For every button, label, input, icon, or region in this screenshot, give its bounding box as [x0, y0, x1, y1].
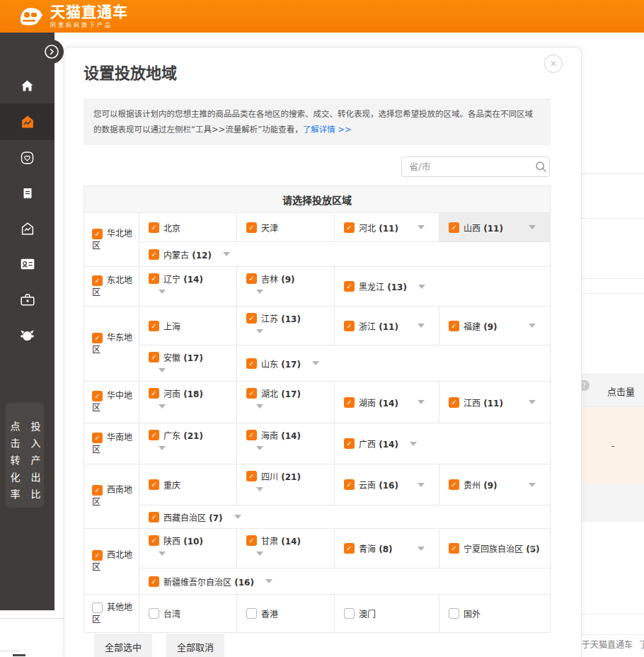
cancel-all-button[interactable]: 全部取消 — [166, 634, 224, 657]
region-cell[interactable]: ✓东北地区 — [84, 267, 139, 306]
chevron-down-icon[interactable] — [529, 324, 536, 328]
checkbox-checked[interactable]: ✓ — [246, 273, 257, 284]
province-cell[interactable]: ✓重庆 — [139, 464, 236, 505]
footer-link-about[interactable]: 于天猫直通车 — [582, 638, 633, 650]
chevron-down-icon[interactable] — [159, 368, 166, 372]
chevron-down-icon[interactable] — [159, 446, 166, 450]
chevron-down-icon[interactable] — [234, 515, 241, 519]
search-icon[interactable] — [535, 161, 547, 173]
chevron-down-icon[interactable] — [418, 225, 425, 229]
checkbox-checked[interactable]: ✓ — [449, 543, 459, 554]
province-search-input[interactable] — [402, 161, 535, 172]
province-cell[interactable]: ✓浙江 (11) — [334, 307, 439, 345]
checkbox-checked[interactable]: ✓ — [246, 358, 257, 369]
sidebar-item-shop[interactable] — [0, 211, 54, 246]
checkbox-checked[interactable]: ✓ — [149, 576, 159, 587]
checkbox-checked[interactable]: ✓ — [449, 479, 459, 490]
checkbox-checked[interactable]: ✓ — [344, 397, 355, 408]
province-cell[interactable]: ✓云南 (16) — [334, 464, 439, 505]
sidebar-expand-button[interactable] — [40, 40, 64, 64]
checkbox-checked[interactable]: ✓ — [149, 352, 159, 362]
checkbox-checked[interactable]: ✓ — [449, 397, 459, 408]
checkbox-checked[interactable]: ✓ — [344, 321, 355, 331]
province-cell[interactable]: ✓江苏 (13) — [236, 307, 334, 345]
province-cell[interactable]: ✓新疆维吾尔自治区 (16) — [139, 569, 550, 594]
sidebar-item-favorites[interactable] — [0, 140, 54, 176]
checkbox-checked[interactable]: ✓ — [246, 313, 257, 324]
checkbox-checked[interactable]: ✓ — [344, 438, 355, 449]
chevron-down-icon[interactable] — [418, 324, 425, 328]
close-icon[interactable]: ✕ — [544, 55, 563, 73]
sidebar-item-promotion[interactable] — [0, 103, 54, 140]
province-cell[interactable]: ✓北京 — [139, 213, 236, 241]
checkbox-checked[interactable]: ✓ — [149, 479, 159, 490]
province-cell[interactable]: ✓宁夏回族自治区 (5) — [439, 529, 550, 568]
checkbox-checked[interactable]: ✓ — [149, 222, 159, 233]
logo[interactable]: 天猫直通车 阿里妈妈旗下产品 — [17, 4, 128, 28]
province-cell[interactable]: 台湾 — [139, 595, 236, 632]
province-cell[interactable]: ✓广东 (21) — [139, 423, 236, 464]
province-cell[interactable]: ✓吉林 (9) — [236, 267, 334, 306]
province-cell[interactable]: ✓河北 (11) — [334, 213, 439, 241]
chevron-down-icon[interactable] — [418, 285, 425, 289]
province-cell[interactable]: ✓天津 — [236, 213, 334, 241]
province-cell[interactable]: ✓江西 (11) — [439, 382, 550, 423]
sidebar-item-briefcase[interactable] — [0, 282, 54, 317]
chevron-down-icon[interactable] — [256, 404, 263, 409]
province-cell[interactable]: ✓福建 (9) — [439, 307, 550, 345]
region-cell[interactable]: ✓西北地区 — [84, 529, 139, 594]
checkbox-checked[interactable]: ✓ — [246, 388, 257, 399]
chevron-down-icon[interactable] — [159, 290, 166, 294]
checkbox-checked[interactable]: ✓ — [149, 273, 159, 284]
chevron-down-icon[interactable] — [529, 225, 536, 229]
chevron-down-icon[interactable] — [256, 487, 263, 491]
chevron-down-icon[interactable] — [529, 483, 536, 487]
select-all-button[interactable]: 全部选中 — [94, 634, 152, 657]
region-cell[interactable]: ✓西南地区 — [84, 464, 139, 528]
province-cell[interactable]: ✓安徽 (17) — [139, 345, 236, 381]
province-cell[interactable]: ✓青海 (8) — [334, 529, 439, 568]
province-cell[interactable]: ✓辽宁 (14) — [139, 267, 236, 306]
province-cell[interactable]: ✓甘肃 (14) — [236, 529, 334, 568]
province-cell[interactable]: ✓黑龙江 (13) — [334, 267, 550, 306]
checkbox-unchecked[interactable] — [344, 608, 355, 619]
region-cell[interactable]: ✓华北地区 — [84, 213, 139, 266]
checkbox-checked[interactable]: ✓ — [344, 543, 355, 554]
chevron-down-icon[interactable] — [410, 442, 417, 446]
chevron-down-icon[interactable] — [418, 547, 425, 551]
province-cell[interactable]: ✓山西 (11) — [439, 213, 550, 241]
province-cell[interactable]: ✓河南 (18) — [139, 382, 236, 423]
chevron-down-icon[interactable] — [223, 252, 230, 256]
checkbox-checked[interactable]: ✓ — [344, 281, 355, 292]
province-cell[interactable]: 国外 — [439, 595, 550, 632]
chevron-down-icon[interactable] — [256, 290, 263, 294]
province-cell[interactable]: ✓山东 (17) — [236, 345, 550, 381]
checkbox-checked[interactable]: ✓ — [246, 471, 257, 481]
checkbox-checked[interactable]: ✓ — [92, 485, 103, 496]
learn-more-link[interactable]: 了解详情 >> — [303, 125, 352, 135]
checkbox-checked[interactable]: ✓ — [149, 430, 159, 440]
checkbox-checked[interactable]: ✓ — [92, 550, 103, 561]
chevron-down-icon[interactable] — [529, 400, 536, 404]
province-cell[interactable]: ✓贵州 (9) — [439, 464, 550, 505]
province-cell[interactable]: ✓海南 (14) — [236, 423, 334, 464]
region-cell[interactable]: ✓华中地区 — [84, 382, 139, 423]
province-cell[interactable]: ✓陕西 (10) — [139, 529, 236, 568]
checkbox-checked[interactable]: ✓ — [149, 321, 159, 331]
checkbox-unchecked[interactable] — [246, 608, 257, 619]
chevron-down-icon[interactable] — [256, 329, 263, 333]
province-cell[interactable]: ✓四川 (21) — [236, 464, 334, 505]
chevron-down-icon[interactable] — [256, 446, 263, 450]
checkbox-checked[interactable]: ✓ — [92, 275, 103, 286]
checkbox-unchecked[interactable] — [92, 602, 103, 613]
checkbox-checked[interactable]: ✓ — [449, 321, 459, 331]
chevron-down-icon[interactable] — [418, 400, 425, 404]
chevron-down-icon[interactable] — [418, 483, 425, 487]
chevron-down-icon[interactable] — [265, 579, 272, 583]
region-cell[interactable]: ✓华东地区 — [84, 307, 139, 381]
footer-link-partial[interactable]: 了 — [639, 638, 644, 650]
province-cell[interactable]: ✓广西 (14) — [334, 423, 550, 464]
sidebar-item-home[interactable] — [0, 68, 54, 103]
checkbox-checked[interactable]: ✓ — [246, 430, 257, 440]
checkbox-checked[interactable]: ✓ — [92, 433, 103, 443]
